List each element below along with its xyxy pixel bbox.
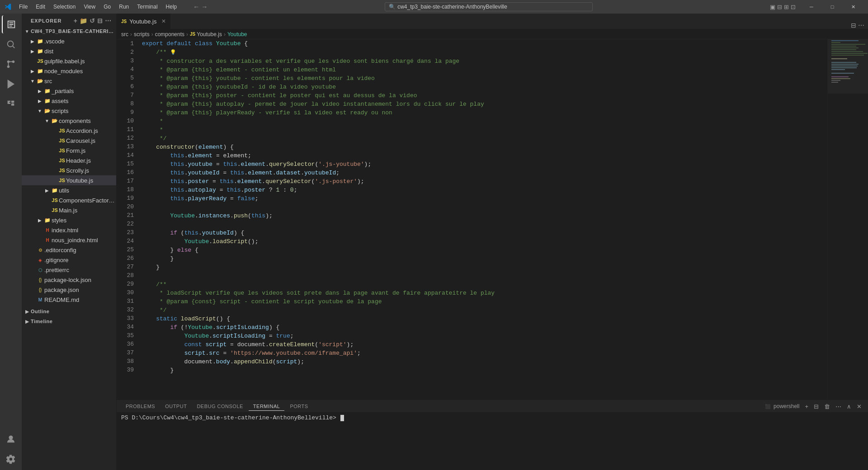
breadcrumb-file[interactable]: JS Youtube.js [190,31,222,38]
debug-icon[interactable] [2,75,20,93]
more-actions-tab-icon[interactable]: ⋯ [858,22,864,29]
gitignore-icon: ◈ [36,258,44,263]
file-gitignore[interactable]: ◈ .gitignore [22,255,116,265]
file-header[interactable]: JS Header.js [22,155,116,165]
js-icon: JS [58,158,66,163]
close-button[interactable]: ✕ [843,0,863,14]
tab-close-button[interactable]: ✕ [161,18,166,24]
activity-bar-bottom [2,430,20,468]
menu-go[interactable]: Go [100,3,114,11]
sidebar: Explorer + 📁 ↺ ⊟ ⋯ ▼ CW4_TP3_BAIE-STE-CA… [22,14,117,470]
collapse-icon[interactable]: ⊟ [97,17,103,24]
timeline-section[interactable]: ▶ Timeline [22,316,116,326]
layout-icon-4[interactable]: ⊡ [791,4,796,10]
folder-styles[interactable]: ▶ 📁 styles [22,215,116,225]
file-form[interactable]: JS Form.js [22,146,116,155]
explorer-icon[interactable] [2,15,20,33]
panel-tab-terminal[interactable]: TERMINAL [249,402,285,411]
breadcrumb-class[interactable]: Youtube [227,31,247,38]
readme-icon: M [36,297,44,302]
editorconfig-icon: ⚙ [36,248,44,253]
file-package-json[interactable]: {} package.json [22,285,116,295]
folder-src[interactable]: ▼ 📂 src [22,76,116,86]
minimize-button[interactable]: ─ [801,0,822,14]
folder-partials[interactable]: ▶ 📁 _partials [22,86,116,96]
root-folder[interactable]: ▼ CW4_TP3_BAIE-STE-CATHERINE-... [22,26,116,36]
git-icon[interactable] [2,55,20,73]
panel-tab-output[interactable]: OUTPUT [160,402,191,410]
extensions-icon[interactable] [2,95,20,113]
panel-tabs: PROBLEMS OUTPUT DEBUG CONSOLE TERMINAL P… [117,400,868,413]
layout-icon-3[interactable]: ⊞ [784,4,789,10]
split-editor-icon[interactable]: ⊟ [851,22,856,29]
menu-selection[interactable]: Selection [50,3,79,11]
code-content[interactable]: export default class Youtube { /** 💡 * c… [138,39,827,400]
file-carousel[interactable]: JS Carousel.js [22,136,116,146]
search-input[interactable]: 🔍 cw4_tp3_baie-ste-catherine-AnthonyBell… [385,2,593,11]
folder-icon: 📁 [51,188,59,193]
file-accordion[interactable]: JS Accordion.js [22,126,116,136]
file-prettierrc[interactable]: ⬡ .prettierrc [22,265,116,275]
folder-vscode[interactable]: ▶ 📁 .vscode [22,36,116,46]
file-readme[interactable]: M README.md [22,295,116,305]
folder-open-icon: 📂 [36,78,44,84]
menu-terminal[interactable]: Terminal [133,3,161,11]
panel-content[interactable]: PS D:\Cours\Cw4\cw4_tp3_baie-ste-catheri… [117,413,868,470]
layout-icon-2[interactable]: ⊟ [777,4,782,10]
file-scrolly[interactable]: JS Scrolly.js [22,165,116,175]
menu-run[interactable]: Run [115,3,132,11]
menu-view[interactable]: View [80,3,99,11]
tab-youtube-js[interactable]: JS Youtube.js ✕ [117,14,171,29]
settings-icon[interactable] [2,450,20,468]
breadcrumb-src[interactable]: src [121,31,128,38]
kill-terminal-icon[interactable]: 🗑 [822,402,832,411]
maximize-panel-icon[interactable]: ∧ [845,402,853,411]
breadcrumb-scripts[interactable]: scripts [134,31,150,38]
folder-utils[interactable]: ▶ 📁 utils [22,185,116,195]
file-package-lock[interactable]: {} package-lock.json [22,275,116,285]
panel-controls: ⬛ powershell + ⊟ 🗑 ⋯ ∧ ✕ [761,402,863,411]
menu-edit[interactable]: Edit [32,3,49,11]
more-terminal-icon[interactable]: ⋯ [834,402,843,411]
panel-tab-ports[interactable]: PORTS [285,402,312,410]
maximize-button[interactable]: □ [822,0,843,14]
panel-tab-problems[interactable]: PROBLEMS [121,402,160,410]
folder-scripts[interactable]: ▼ 📂 scripts [22,106,116,116]
file-nous-joindre-html[interactable]: H nous_joindre.html [22,235,116,245]
tab-js-icon: JS [121,19,127,24]
code-editor-container: 12345 678910 1112131415 1617181920 21222… [117,39,868,400]
svg-rect-28 [828,39,868,94]
more-actions-icon[interactable]: ⋯ [105,17,112,24]
js-icon: JS [51,207,59,213]
main-layout: Explorer + 📁 ↺ ⊟ ⋯ ▼ CW4_TP3_BAIE-STE-CA… [0,14,868,470]
file-editorconfig[interactable]: ⚙ .editorconfig [22,245,116,255]
file-componentsfactory[interactable]: JS ComponentsFactory.js [22,195,116,205]
refresh-icon[interactable]: ↺ [90,17,95,24]
folder-dist[interactable]: ▶ 📁 dist [22,46,116,56]
layout-icon-1[interactable]: ▣ [770,4,775,10]
new-folder-icon[interactable]: 📁 [80,17,88,24]
split-terminal-icon[interactable]: ⊟ [812,402,821,411]
file-gulpfile[interactable]: JS gulpfile.babel.js [22,56,116,66]
file-main[interactable]: JS Main.js [22,205,116,215]
menu-file[interactable]: File [15,3,31,11]
nav-back-button[interactable]: ← [193,3,199,10]
file-index-html[interactable]: H index.html [22,225,116,235]
file-youtube[interactable]: JS Youtube.js [22,175,116,185]
nav-forward-button[interactable]: → [201,3,208,10]
outline-section[interactable]: ▶ Outline [22,306,116,316]
search-activity-icon[interactable] [2,35,20,53]
bottom-panel: PROBLEMS OUTPUT DEBUG CONSOLE TERMINAL P… [117,400,868,470]
add-terminal-icon[interactable]: + [803,402,810,411]
panel-tab-debug-console[interactable]: DEBUG CONSOLE [192,402,247,410]
menu-help[interactable]: Help [162,3,181,11]
sidebar-header: Explorer + 📁 ↺ ⊟ ⋯ [22,14,116,26]
folder-node-modules[interactable]: ▶ 📁 node_modules [22,66,116,76]
breadcrumb-components[interactable]: components [155,31,184,38]
folder-components[interactable]: ▼ 📂 components [22,116,116,126]
close-panel-icon[interactable]: ✕ [855,402,863,411]
js-icon: JS [51,197,59,203]
folder-assets[interactable]: ▶ 📁 assets [22,96,116,106]
new-file-icon[interactable]: + [74,17,78,24]
account-icon[interactable] [2,430,20,448]
